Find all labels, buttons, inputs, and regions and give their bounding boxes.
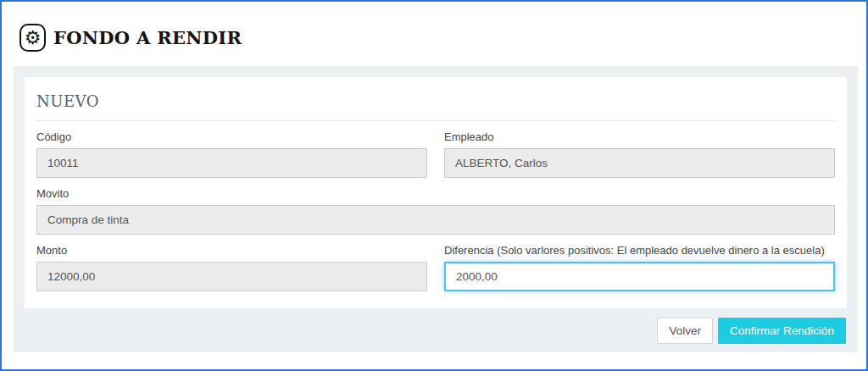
app-window: ⚙ FONDO A RENDIR NUEVO Código Empleado M…: [0, 0, 868, 371]
empleado-label: Empleado: [444, 130, 835, 143]
form-panel: NUEVO Código Empleado Movito: [14, 66, 858, 352]
field-empleado: Empleado: [444, 121, 835, 178]
form-row-2: Movito: [36, 178, 835, 235]
field-codigo: Código: [36, 121, 427, 178]
confirm-rendicion-button[interactable]: Confirmar Rendición: [718, 318, 846, 344]
monto-label: Monto: [36, 244, 427, 257]
diferencia-input[interactable]: [444, 262, 835, 291]
gear-icon: ⚙: [25, 29, 42, 47]
module-icon-button[interactable]: ⚙: [19, 24, 46, 52]
codigo-label: Código: [36, 130, 427, 143]
field-movito: Movito: [36, 178, 835, 235]
codigo-input: [36, 148, 427, 178]
field-diferencia: Diferencia (Solo varlores positivos: El …: [444, 235, 835, 291]
back-button[interactable]: Volver: [657, 318, 713, 344]
form-row-1: Código Empleado: [36, 121, 835, 178]
movito-input: [36, 205, 835, 235]
form-row-3: Monto Diferencia (Solo varlores positivo…: [36, 235, 835, 291]
section-title: NUEVO: [36, 92, 835, 110]
diferencia-label: Diferencia (Solo varlores positivos: El …: [444, 244, 835, 257]
form-footer: Volver Confirmar Rendición: [14, 308, 858, 352]
movito-label: Movito: [36, 187, 835, 200]
empleado-input: [444, 148, 835, 178]
page-title: FONDO A RENDIR: [53, 27, 242, 48]
form-panel-body: NUEVO Código Empleado Movito: [25, 77, 847, 308]
page-header: ⚙ FONDO A RENDIR: [2, 2, 866, 52]
monto-input: [36, 262, 427, 291]
field-monto: Monto: [36, 235, 427, 291]
